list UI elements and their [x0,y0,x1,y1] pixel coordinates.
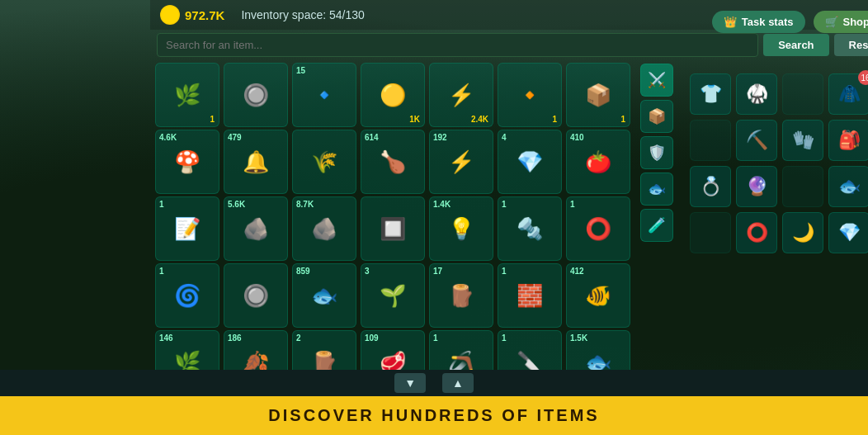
item-icon-11: ⚡ [448,151,474,173]
equip-slot-7[interactable]: 🧤 [782,120,823,161]
inventory-cell-15[interactable]: 🪨5.6K [224,196,288,261]
bottom-banner: DISCOVER HUNDREDS OF ITEMS [0,396,868,435]
inventory-cell-33[interactable]: 🔪1 [498,330,562,370]
coin-icon [160,5,180,25]
inventory-cell-4[interactable]: ⚡2.4K [429,63,493,127]
equip-slot-5[interactable] [690,120,731,161]
item-count-4: 2.4K [471,115,488,124]
inventory-cell-24[interactable]: 🌱3 [361,263,425,328]
inventory-cell-19[interactable]: 🔩1 [498,196,562,261]
item-count-tl-21: 1 [159,267,164,276]
inventory-cell-28[interactable]: 🌿146 [155,330,219,370]
item-count-tl-2: 15 [296,66,305,75]
inventory-cell-34[interactable]: 🐟1.5K [566,330,630,370]
inventory-cell-0[interactable]: 🌿1 [155,63,219,127]
inventory-cell-10[interactable]: 🍗614 [361,130,425,194]
equip-slot-0[interactable]: 👕 [690,73,731,115]
inventory-cell-11[interactable]: ⚡192 [429,130,493,194]
item-count-tl-31: 109 [365,333,379,343]
item-icon-17: 🔲 [380,218,406,239]
inventory-cell-26[interactable]: 🧱1 [498,263,562,328]
coin-display: 972.7K [160,5,224,25]
fish-side-icon[interactable]: 🐟 [640,173,673,206]
inventory-cell-32[interactable]: 🪃1 [429,330,493,370]
item-icon-30: 🪵 [311,352,337,370]
equip-slot-2[interactable] [782,73,823,115]
banner-text: DISCOVER HUNDREDS OF ITEMS [268,406,599,424]
equip-slot-17[interactable]: 🌙 [782,212,823,253]
shop-label: Shop [843,16,869,28]
item-count-tl-13: 410 [570,133,584,142]
equipment-area: 👕🥋🧥16🏹⛏️🧤🎒🧦💍🔮🐟⭕🌙💎🌊 [683,67,868,260]
equip-slot-15[interactable] [690,212,731,253]
equip-slot-16[interactable]: ⭕ [736,212,777,253]
item-count-tl-28: 146 [159,333,173,343]
equip-slot-18[interactable]: 💎 [828,212,868,253]
equip-slot-3[interactable]: 🧥16 [828,73,868,115]
item-icon-13: 🍅 [585,151,611,173]
sword-side-icon[interactable]: ⚔️ [640,64,673,97]
search-input[interactable] [157,33,758,57]
item-icon-12: 💎 [517,151,543,173]
item-count-tl-12: 4 [502,133,507,142]
item-count-tl-23: 859 [296,267,310,276]
flask-side-icon[interactable]: 🧪 [640,209,673,242]
item-icon-1: 🔘 [243,84,269,106]
shop-icon: 🛒 [825,16,838,28]
item-count-3: 1K [409,115,420,124]
nav-down-button[interactable]: ▼ [394,373,426,393]
equip-slot-10[interactable]: 💍 [690,166,731,207]
item-icon-24: 🌱 [380,285,406,306]
inventory-cell-22[interactable]: 🔘 [224,263,288,328]
equip-slot-12[interactable] [782,166,823,207]
item-count-tl-32: 1 [433,333,438,343]
task-stats-button[interactable]: 👑 Task stats [712,11,805,33]
inventory-cell-1[interactable]: 🔘 [224,63,288,127]
inventory-cell-31[interactable]: 🥩109 [361,330,425,370]
equip-slot-11[interactable]: 🔮 [736,166,777,207]
inventory-cell-29[interactable]: 🍂186 [224,330,288,370]
inventory-cell-6[interactable]: 📦1 [566,63,630,127]
inventory-grid: 🌿1🔘🔹15🟡1K⚡2.4K🔸1📦1🍄4.6K🔔479🌾🍗614⚡192💎4🍅4… [150,60,637,370]
inventory-cell-23[interactable]: 🐟859 [292,263,356,328]
item-count-tl-11: 192 [433,133,447,142]
item-icon-27: 🐠 [585,285,611,306]
inventory-cell-8[interactable]: 🔔479 [224,130,288,194]
equip-slot-8[interactable]: 🎒 [828,120,868,161]
inventory-cell-14[interactable]: 📝1 [155,196,219,261]
inventory-cell-16[interactable]: 🪨8.7K [292,196,356,261]
inventory-cell-9[interactable]: 🌾 [292,130,356,194]
item-icon-2: 🔹 [311,84,337,106]
nav-up-button[interactable]: ▲ [442,373,474,393]
inventory-cell-5[interactable]: 🔸1 [498,63,562,127]
inventory-cell-18[interactable]: 💡1.4K [429,196,493,261]
item-icon-26: 🧱 [517,285,543,306]
inventory-cell-30[interactable]: 🪵2 [292,330,356,370]
shield-side-icon[interactable]: 🛡️ [640,136,673,169]
equip-slot-1[interactable]: 🥋 [736,73,777,115]
box-side-icon[interactable]: 📦 [640,100,673,133]
equip-slot-13[interactable]: 🐟 [828,166,868,207]
item-icon-5: 🔸 [517,84,543,106]
inventory-cell-17[interactable]: 🔲 [361,196,425,261]
inventory-cell-21[interactable]: 🌀1 [155,263,219,328]
item-count-tl-10: 614 [365,133,379,142]
right-panel: 👕🥋🧥16🏹⛏️🧤🎒🧦💍🔮🐟⭕🌙💎🌊 Melee Strength: 11 Ac… [677,60,868,370]
inventory-cell-27[interactable]: 🐠412 [566,263,630,328]
inventory-cell-12[interactable]: 💎4 [498,130,562,194]
side-icons-panel: ⚔️ 📦 🛡️ 🐟 🧪 [637,60,677,370]
inventory-cell-7[interactable]: 🍄4.6K [155,130,219,194]
equip-slot-6[interactable]: ⛏️ [736,120,777,161]
item-icon-15: 🪨 [243,218,269,239]
item-count-tl-24: 3 [365,267,370,276]
inventory-space-label: Inventory space: 54/130 [241,8,364,21]
item-count-tl-25: 17 [433,267,442,276]
inventory-cell-3[interactable]: 🟡1K [361,63,425,127]
inventory-cell-25[interactable]: 🪵17 [429,263,493,328]
inventory-cell-13[interactable]: 🍅410 [566,130,630,194]
item-count-tl-27: 412 [570,267,584,276]
inventory-cell-2[interactable]: 🔹15 [292,63,356,127]
shop-button[interactable]: 🛒 Shop [814,11,869,33]
item-icon-29: 🍂 [243,352,269,370]
inventory-cell-20[interactable]: ⭕1 [566,196,630,261]
